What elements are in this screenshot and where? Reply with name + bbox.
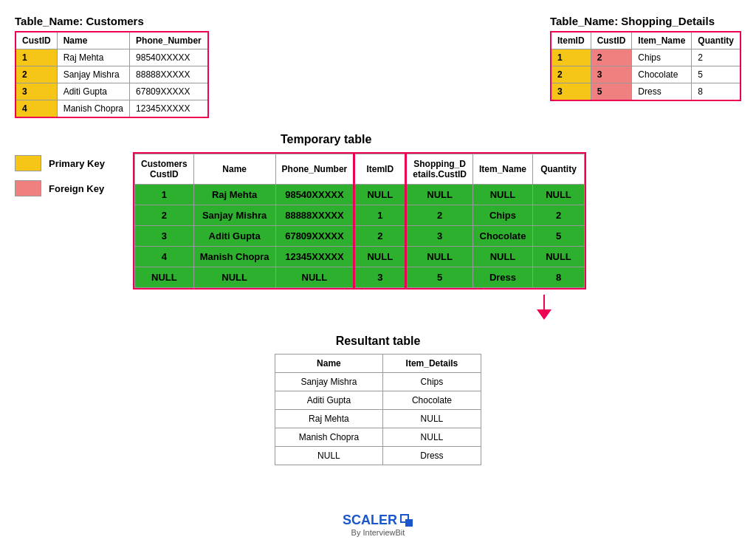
shopping-row: 3 5 Dress 8 bbox=[551, 83, 740, 101]
temp-cell-3: 3 bbox=[354, 267, 406, 288]
shopping-title: Table_Name: Shopping_Details bbox=[550, 15, 741, 27]
cust-phone-cell: 12345XXXXX bbox=[130, 100, 208, 118]
result-name-cell: Sanjay Mishra bbox=[275, 373, 383, 391]
legend-primary: Primary Key bbox=[15, 155, 133, 171]
temp-title: Temporary table bbox=[281, 133, 741, 146]
cust-id-cell: 2 bbox=[16, 66, 57, 83]
temp-cell-1: Manish Chopra bbox=[193, 247, 275, 267]
middle-layout: Primary Key Foreign Key Temporary table … bbox=[15, 133, 741, 292]
shop-custid-cell: 3 bbox=[591, 66, 632, 83]
temp-cell-6: NULL bbox=[533, 247, 585, 267]
temp-cell-5: NULL bbox=[472, 185, 532, 205]
shop-item-cell: Chips bbox=[632, 49, 692, 66]
result-row: Sanjay Mishra Chips bbox=[275, 373, 481, 391]
temp-cell-2: 98540XXXXX bbox=[275, 185, 354, 205]
shop-itemid-cell: 1 bbox=[551, 49, 591, 66]
legend-yellow-box bbox=[15, 155, 41, 171]
result-item-cell: Chocolate bbox=[382, 391, 481, 410]
temp-table: CustomersCustID Name Phone_Number ItemID… bbox=[134, 154, 585, 288]
customers-col-phone: Phone_Number bbox=[130, 32, 208, 49]
customers-row: 3 Aditi Gupta 67809XXXXX bbox=[16, 83, 208, 100]
cust-phone-cell: 88888XXXXX bbox=[130, 66, 208, 83]
temp-section: Temporary table CustomersCustID Name Pho… bbox=[133, 133, 741, 292]
temp-cell-3: 2 bbox=[354, 226, 406, 247]
result-name-cell: Aditi Gupta bbox=[275, 391, 383, 410]
temp-cell-3: 1 bbox=[354, 205, 406, 226]
temp-cell-5: Chocolate bbox=[472, 226, 532, 247]
result-row: NULL Dress bbox=[275, 447, 481, 465]
result-col-item: Item_Details bbox=[382, 355, 481, 373]
temp-cell-0: 3 bbox=[135, 226, 194, 247]
temp-cell-1: Raj Mehta bbox=[193, 185, 275, 205]
legend-primary-label: Primary Key bbox=[49, 158, 105, 169]
temp-cell-2: NULL bbox=[275, 267, 354, 288]
page-container: Table_Name: Customers CustID Name Phone_… bbox=[0, 0, 756, 548]
customers-row: 4 Manish Chopra 12345XXXXX bbox=[16, 100, 208, 118]
shopping-col-qty: Quantity bbox=[692, 32, 740, 49]
temp-cell-1: Aditi Gupta bbox=[193, 226, 275, 247]
temp-row: 3Aditi Gupta67809XXXXX23Chocolate5 bbox=[135, 226, 585, 247]
cust-name-cell: Aditi Gupta bbox=[57, 83, 129, 100]
shop-qty-cell: 5 bbox=[692, 66, 740, 83]
shopping-col-custid: CustID bbox=[591, 32, 632, 49]
temp-cell-3: NULL bbox=[354, 185, 406, 205]
temp-col-quantity: Quantity bbox=[533, 154, 585, 185]
top-section: Table_Name: Customers CustID Name Phone_… bbox=[15, 15, 741, 118]
shopping-row: 1 2 Chips 2 bbox=[551, 49, 740, 66]
result-row: Manish Chopra NULL bbox=[275, 428, 481, 447]
temp-col-itemid: ItemID bbox=[354, 154, 406, 185]
footer-sub: By InterviewBit bbox=[351, 528, 405, 537]
shopping-col-itemid: ItemID bbox=[551, 32, 591, 49]
shop-itemid-cell: 3 bbox=[551, 83, 591, 101]
temp-row: 2Sanjay Mishra88888XXXXX12Chips2 bbox=[135, 205, 585, 226]
cust-name-cell: Manish Chopra bbox=[57, 100, 129, 118]
result-col-name: Name bbox=[275, 355, 383, 373]
shop-qty-cell: 2 bbox=[692, 49, 740, 66]
temp-row: 1Raj Mehta98540XXXXXNULLNULLNULLNULL bbox=[135, 185, 585, 205]
shop-itemid-cell: 2 bbox=[551, 66, 591, 83]
shop-custid-cell: 5 bbox=[591, 83, 632, 101]
result-row: Aditi Gupta Chocolate bbox=[275, 391, 481, 410]
temp-cell-4: NULL bbox=[406, 185, 473, 205]
footer-brand: SCALER bbox=[343, 513, 413, 528]
temp-cell-4: NULL bbox=[406, 247, 473, 267]
result-item-cell: NULL bbox=[382, 410, 481, 428]
temp-row: 4Manish Chopra12345XXXXXNULLNULLNULLNULL bbox=[135, 247, 585, 267]
temp-cell-6: 5 bbox=[533, 226, 585, 247]
temp-col-sd-custid: Shopping_Details.CustID bbox=[406, 154, 473, 185]
customers-row: 2 Sanjay Mishra 88888XXXXX bbox=[16, 66, 208, 83]
temp-col-item-name: Item_Name bbox=[472, 154, 532, 185]
legend-section: Primary Key Foreign Key bbox=[15, 133, 133, 292]
temp-col-custid: CustomersCustID bbox=[135, 154, 194, 185]
result-title: Resultant table bbox=[336, 335, 421, 348]
temp-table-wrapper: CustomersCustID Name Phone_Number ItemID… bbox=[133, 152, 586, 290]
temp-cell-4: 2 bbox=[406, 205, 473, 226]
customers-row: 1 Raj Mehta 98540XXXXX bbox=[16, 49, 208, 66]
temp-cell-2: 67809XXXXX bbox=[275, 226, 354, 247]
customers-section: Table_Name: Customers CustID Name Phone_… bbox=[15, 15, 209, 118]
cust-id-cell: 1 bbox=[16, 49, 57, 66]
temp-cell-0: NULL bbox=[135, 267, 194, 288]
shopping-row: 2 3 Chocolate 5 bbox=[551, 66, 740, 83]
brand-icon bbox=[400, 514, 413, 527]
temp-cell-6: NULL bbox=[533, 185, 585, 205]
customers-col-custid: CustID bbox=[16, 32, 57, 49]
shop-custid-cell: 2 bbox=[591, 49, 632, 66]
shop-item-cell: Dress bbox=[632, 83, 692, 101]
temp-cell-4: 5 bbox=[406, 267, 473, 288]
cust-name-cell: Sanjay Mishra bbox=[57, 66, 129, 83]
result-row: Raj Mehta NULL bbox=[275, 410, 481, 428]
temp-cell-6: 8 bbox=[533, 267, 585, 288]
legend-foreign: Foreign Key bbox=[15, 180, 133, 196]
shopping-table: ItemID CustID Item_Name Quantity 1 2 Chi… bbox=[550, 31, 741, 101]
footer: SCALER By InterviewBit bbox=[343, 513, 413, 537]
temp-cell-2: 88888XXXXX bbox=[275, 205, 354, 226]
temp-cell-1: NULL bbox=[193, 267, 275, 288]
result-item-cell: Dress bbox=[382, 447, 481, 465]
temp-cell-0: 1 bbox=[135, 185, 194, 205]
temp-cell-3: NULL bbox=[354, 247, 406, 267]
temp-cell-0: 2 bbox=[135, 205, 194, 226]
svg-rect-1 bbox=[405, 519, 413, 527]
temp-cell-2: 12345XXXXX bbox=[275, 247, 354, 267]
cust-id-cell: 4 bbox=[16, 100, 57, 118]
